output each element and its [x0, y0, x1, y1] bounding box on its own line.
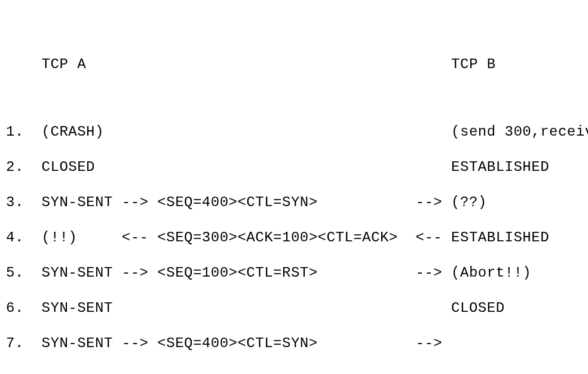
diagram-row: 5. SYN-SENT --> <SEQ=100><CTL=RST> --> (… — [6, 265, 582, 281]
diagram-row: 2. CLOSED ESTABLISHED — [6, 159, 582, 175]
header-line: TCP A TCP B — [6, 56, 582, 72]
diagram-row: 6. SYN-SENT CLOSED — [6, 300, 582, 316]
diagram-row: 7. SYN-SENT --> <SEQ=400><CTL=SYN> --> — [6, 335, 582, 351]
diagram-container: TCP A TCP B 1. (CRASH) (send 300,receive… — [0, 0, 588, 374]
diagram-row: 3. SYN-SENT --> <SEQ=400><CTL=SYN> --> (… — [6, 194, 582, 210]
header-text: TCP A TCP B — [6, 56, 496, 72]
diagram-row: 1. (CRASH) (send 300,receive 100) — [6, 124, 582, 140]
diagram-row: 4. (!!) <-- <SEQ=300><ACK=100><CTL=ACK> … — [6, 229, 582, 246]
